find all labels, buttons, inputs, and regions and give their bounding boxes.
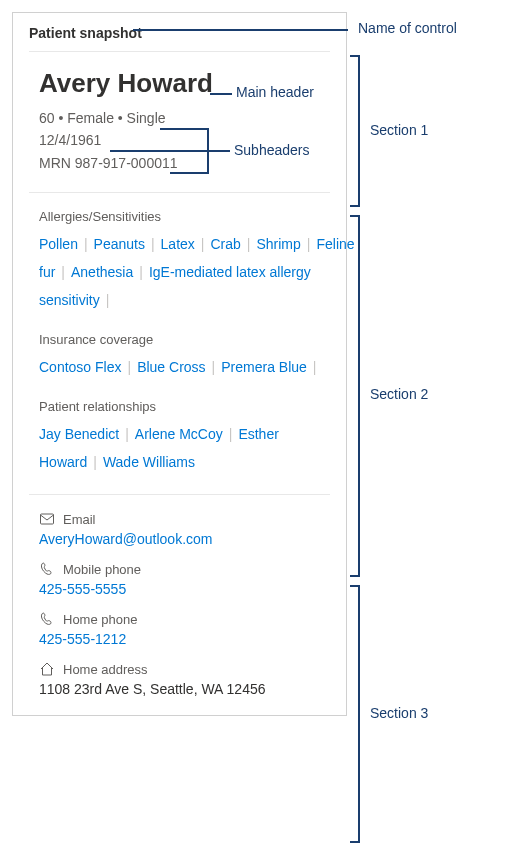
annotation-main-header: Main header <box>236 84 314 100</box>
annotation-line <box>110 150 208 152</box>
email-value[interactable]: AveryHoward@outlook.com <box>39 531 328 547</box>
email-item: Email AveryHoward@outlook.com <box>39 511 328 547</box>
mobile-label: Mobile phone <box>63 562 141 577</box>
address-label: Home address <box>63 662 148 677</box>
tag-link[interactable]: Pollen <box>39 236 78 252</box>
annotation-name-of-control: Name of control <box>358 20 457 36</box>
separator: | <box>55 264 71 280</box>
annotation-section-1: Section 1 <box>370 122 428 138</box>
separator: | <box>206 359 222 375</box>
annotation-subheaders: Subheaders <box>234 142 310 158</box>
separator: | <box>119 426 135 442</box>
tag-link[interactable]: Peanuts <box>94 236 145 252</box>
separator: | <box>301 236 317 252</box>
tag-link[interactable]: Premera Blue <box>221 359 307 375</box>
bracket-section-3 <box>350 585 360 843</box>
separator: | <box>87 454 103 470</box>
annotation-line <box>170 172 208 174</box>
tag-link[interactable]: Blue Cross <box>137 359 205 375</box>
separator: | <box>241 236 257 252</box>
separator: | <box>223 426 239 442</box>
separator: | <box>145 236 161 252</box>
home-phone-value[interactable]: 425-555-1212 <box>39 631 328 647</box>
bracket-section-1 <box>350 55 360 207</box>
tag-link[interactable]: Shrimp <box>256 236 300 252</box>
email-label: Email <box>63 512 96 527</box>
bracket-section-2 <box>350 215 360 577</box>
annotation-line <box>160 128 208 130</box>
mobile-value[interactable]: 425-555-5555 <box>39 581 328 597</box>
email-label-row: Email <box>39 511 328 527</box>
mail-icon <box>39 511 55 527</box>
tag-link[interactable]: Arlene McCoy <box>135 426 223 442</box>
tag-link[interactable]: Wade Williams <box>103 454 195 470</box>
patient-snapshot-card: Patient snapshot Avery Howard 60 • Femal… <box>12 12 347 716</box>
tag-link[interactable]: Crab <box>210 236 240 252</box>
phone-icon <box>39 561 55 577</box>
address-value: 1108 23rd Ave S, Seattle, WA 12456 <box>39 681 328 697</box>
allergies-label: Allergies/Sensitivities <box>39 209 328 224</box>
annotation-section-2: Section 2 <box>370 386 428 402</box>
annotation-section-3: Section 3 <box>370 705 428 721</box>
annotation-line <box>133 29 348 31</box>
section-3: Email AveryHoward@outlook.com Mobile pho… <box>13 495 346 715</box>
home-icon <box>39 661 55 677</box>
allergies-list: Pollen|Peanuts|Latex|Crab|Shrimp|Feline … <box>39 230 328 314</box>
address-item: Home address 1108 23rd Ave S, Seattle, W… <box>39 661 328 697</box>
home-phone-label: Home phone <box>63 612 137 627</box>
svg-rect-0 <box>41 514 54 524</box>
annotation-line <box>210 93 232 95</box>
section-2: Allergies/Sensitivities Pollen|Peanuts|L… <box>13 193 346 494</box>
separator: | <box>307 359 323 375</box>
home-phone-label-row: Home phone <box>39 611 328 627</box>
demographics-subheader: 60 • Female • Single <box>39 107 328 129</box>
insurance-list: Contoso Flex|Blue Cross|Premera Blue| <box>39 353 328 381</box>
phone-icon <box>39 611 55 627</box>
tag-link[interactable]: Latex <box>161 236 195 252</box>
separator: | <box>100 292 116 308</box>
separator: | <box>133 264 149 280</box>
separator: | <box>121 359 137 375</box>
home-phone-item: Home phone 425-555-1212 <box>39 611 328 647</box>
annotation-line <box>208 150 230 152</box>
tag-link[interactable]: Anethesia <box>71 264 133 280</box>
mobile-label-row: Mobile phone <box>39 561 328 577</box>
control-title: Patient snapshot <box>13 13 346 51</box>
tag-link[interactable]: Jay Benedict <box>39 426 119 442</box>
separator: | <box>195 236 211 252</box>
separator: | <box>78 236 94 252</box>
mobile-item: Mobile phone 425-555-5555 <box>39 561 328 597</box>
insurance-label: Insurance coverage <box>39 332 328 347</box>
relationships-list: Jay Benedict|Arlene McCoy|Esther Howard|… <box>39 420 328 476</box>
relationships-label: Patient relationships <box>39 399 328 414</box>
address-label-row: Home address <box>39 661 328 677</box>
tag-link[interactable]: Contoso Flex <box>39 359 121 375</box>
